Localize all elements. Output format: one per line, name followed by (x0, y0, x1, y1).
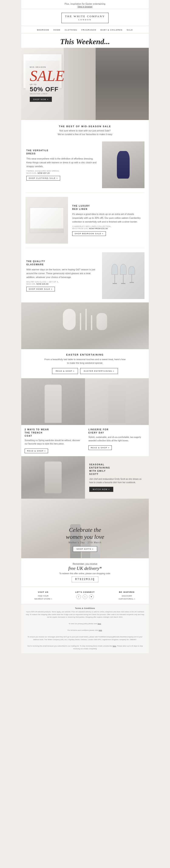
mothers-day-overlay: Celebrate thewomen you love Mother's Day… (34, 526, 136, 552)
glass-bowl-3 (129, 266, 135, 275)
selected-lines-text: SELECTED LINES* (30, 93, 65, 94)
footer-visit: VISIT US FIND YOURNEAREST STORE » (26, 591, 61, 600)
versatile-dress-row: THE VERSATILEDRESS This wear-everywhere … (21, 138, 149, 192)
candle-3 (91, 315, 92, 330)
dress-now: NOW £97.20 (38, 172, 50, 174)
glass-product-name: MALTBY GIN GLASS – SET OF 4, (26, 281, 59, 283)
facebook-icon[interactable]: f (76, 594, 81, 599)
linen-was: WAS FROM £45, (72, 227, 89, 229)
footer-inspired-heading: BE INSPIRED (109, 591, 144, 593)
hero-section: This Weekend... MID-SEASON SALE UP TO 50… (21, 33, 149, 120)
trench-col: 2 WAYS TO WEARTHE TRENCHCOAT Something n… (21, 378, 85, 456)
read-shop-button[interactable]: READ & SHOP » (52, 368, 78, 374)
best-of-sale-subtitle: Not sure where to start with our just-ar… (26, 129, 144, 136)
glass-shape-3 (129, 266, 135, 285)
linen-cta-button[interactable]: SHOP BEDROOM SALE » (72, 231, 106, 236)
trench-image (21, 378, 85, 425)
footer-connect-heading: LET'S CONNECT (67, 591, 103, 593)
terms-full-terms-link: For full terms and conditions please cli… (26, 629, 144, 632)
nav-sale[interactable]: SALE (126, 29, 133, 31)
linen-shape (30, 208, 64, 233)
seasonal-section: SEASONALENTERTAININGWITH EMILYSCOTT Join… (21, 456, 149, 499)
linen-title: THE LUXURYBED LINEN (72, 204, 144, 211)
view-in-browser-link[interactable]: View in browser (23, 5, 147, 8)
nav-clothing[interactable]: CLOTHING (65, 29, 77, 31)
footer-inspired: BE INSPIRED DISCOVEROUR EDITORIAL » (109, 591, 144, 600)
hero-title: This Weekend... (21, 35, 149, 48)
watch-now-button[interactable]: WATCH NOW » (89, 487, 113, 492)
unsubscribe-link[interactable]: here (113, 645, 116, 647)
banner-text: Plus, inspiration for Easter entertainin… (65, 3, 105, 5)
header: THE WHITE COMPANY LONDON (21, 9, 149, 26)
footer-visit-text: FIND YOURNEAREST STORE » (26, 594, 61, 600)
glassware-cta-button[interactable]: SHOP HOME SALE » (26, 287, 55, 291)
nav-bedroom[interactable]: BEDROOM (37, 29, 49, 31)
footer-inspired-text: DISCOVEROUR EDITORIAL » (109, 594, 144, 600)
glass-stem-2 (123, 275, 123, 283)
trench-cta-button[interactable]: READ & SHOP » (25, 448, 48, 453)
lingerie-person (108, 384, 125, 423)
terms-section: Terms & Conditions *Up to 50% off select… (21, 604, 149, 653)
nav-fragrance[interactable]: FRAGRANCE (81, 29, 96, 31)
footer-visit-heading: VISIT US (26, 591, 61, 593)
glass-base-3 (130, 282, 134, 283)
glass-now: NOW £26.60 (36, 283, 49, 285)
nav-home[interactable]: HOME (54, 29, 61, 31)
hero-image: MID-SEASON SALE UP TO 50% OFF SELECTED L… (21, 48, 149, 120)
terms-unsubscribe-text: To ensure you receive our messages (and … (26, 636, 144, 641)
dress-shape (117, 151, 130, 179)
best-of-sale-heading: THE BEST OF MID-SEASON SALE (26, 125, 144, 128)
glass-was: WAS £38, (26, 283, 36, 285)
trench-text: 2 WAYS TO WEARTHE TRENCHCOAT Something n… (21, 425, 85, 456)
glassware-description: With warmer days on the horizon, we're h… (26, 268, 98, 279)
trench-description: Something no Spring wardrobe should be w… (25, 439, 82, 445)
free-delivery-heading: free UK delivery* (28, 565, 142, 571)
model-bg (96, 48, 149, 120)
glassware-text: THE QUALITYGLASSWARE With warmer days on… (26, 258, 98, 293)
best-of-sale-header: THE BEST OF MID-SEASON SALE Not sure whe… (21, 120, 149, 138)
promo-code-text: To redeem this offer online, please use … (28, 572, 142, 575)
top-banner: Plus, inspiration for Easter entertainin… (21, 0, 149, 9)
dress-was: WAS £135, (26, 172, 38, 174)
hero-sale-overlay: MID-SEASON SALE UP TO 50% OFF SELECTED L… (30, 66, 65, 102)
twitter-icon[interactable]: t (83, 594, 87, 599)
dress-price: TIERED JACQUARD MIDI DRESS, WAS £135, NO… (26, 170, 98, 174)
brand-name-line2: LONDON (65, 19, 105, 21)
glass-shape-1 (112, 264, 118, 287)
easter-buttons: READ & SHOP » EASTER ENTERTAINING » (28, 368, 142, 374)
shop-now-button[interactable]: SHOP NOW » (30, 97, 52, 102)
glass-image (102, 252, 144, 299)
easter-entertaining-button[interactable]: EASTER ENTERTAINING » (80, 368, 118, 374)
flower-small (96, 313, 107, 330)
promo-code-box: RT922M3JQ (72, 577, 98, 582)
terms-heading: Terms & Conditions (26, 607, 144, 609)
seasonal-image (21, 456, 85, 499)
terms-privacy-link: To view our privacy policy please click … (26, 622, 144, 625)
lingerie-description: Stylish, sustainable, and oh-so-comforta… (88, 436, 145, 442)
easter-heading: EASTER ENTERTAINING (28, 353, 142, 356)
dress-text: THE VERSATILEDRESS This wear-everywhere … (26, 147, 98, 182)
dress-title: THE VERSATILEDRESS (26, 149, 98, 155)
full-terms-link[interactable]: here (98, 629, 102, 631)
brand-logo[interactable]: THE WHITE COMPANY LONDON (61, 13, 109, 23)
shop-gifts-button[interactable]: SHOP GIFTS » (73, 546, 97, 552)
privacy-link[interactable]: here (97, 623, 101, 625)
easter-subtitle: From a beautifully laid table to seasona… (28, 358, 142, 365)
easter-section: EASTER ENTERTAINING From a beautifully l… (21, 349, 149, 378)
linen-image (26, 197, 68, 244)
two-col-section: 2 WAYS TO WEARTHE TRENCHCOAT Something n… (21, 378, 149, 456)
lingerie-col: LINGERIE FOREVERY DAY Stylish, sustainab… (85, 378, 149, 456)
dress-cta-button[interactable]: SHOP CLOTHING SALE » (26, 176, 60, 181)
terms-unsubscribe-link: You're receiving this email because you … (26, 645, 144, 650)
percent-off-text: 50% OFF (30, 85, 65, 93)
candle-2 (85, 309, 87, 330)
glass-bowl-2 (120, 264, 126, 275)
nav-baby[interactable]: BABY & CHILDREN (101, 29, 122, 31)
lingerie-heading: LINGERIE FOREVERY DAY (88, 428, 145, 434)
lingerie-cta-button[interactable]: READ & SHOP » (88, 445, 112, 450)
linen-now: NOW FROM £31.50 (89, 227, 108, 229)
terms-text-1: *Up to 50% off selected products. Terms … (26, 611, 144, 619)
pinterest-icon[interactable]: ♥ (89, 594, 94, 599)
mothers-date: Mother's Day · 27th March (34, 541, 136, 544)
model-image (96, 48, 149, 120)
